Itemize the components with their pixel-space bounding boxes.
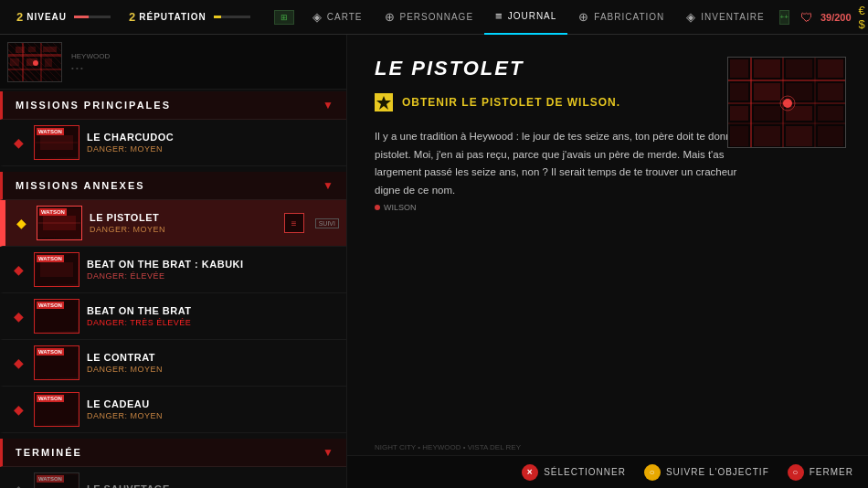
track-btn-icon: ○ [649,467,655,477]
nav-personnage[interactable]: ⊕ PERSONNAGE [374,0,485,35]
svg-rect-42 [754,106,780,121]
nav-fabrication[interactable]: ⊕ FABRICATION [567,0,675,35]
section-arrow-annexes: ▼ [323,179,333,192]
svg-rect-38 [754,83,780,101]
health-value: 39/200 [820,12,852,23]
mission-info-charcudoc: LE CHARCUDOC DANGER: MOYEN [87,132,339,154]
mission-item-charcudoc[interactable]: ◆ WATSON LE CHARCUDOC DANGER: MOYEN [0,120,346,166]
objective-icon-svg [375,93,393,111]
mission-item-beat-kabuki[interactable]: ◆ WATSON BEAT ON THE BRAT : KABUKI DANGE… [0,247,346,293]
mission-name-beat-kabuki: BEAT ON THE BRAT : KABUKI [87,259,339,270]
level-bar [74,16,111,18]
main-content: HEYWOOD • • • MISSIONS PRINCIPALES ▼ ◆ W… [0,35,868,488]
mission-thumb-sauvetage: WATSON [34,472,79,488]
mission-name-cadeau: LE CADEAU [87,398,339,409]
mission-info-pistolet: LE PISTOLET DANGER: MOYEN [90,212,277,234]
active-bar-pistolet [3,200,5,246]
mission-thumb-beat-kabuki: WATSON [34,252,79,287]
nav-inventaire[interactable]: ◈ INVENTAIRE [675,0,775,35]
mission-thumb-charcudoc: WATSON [34,125,79,160]
money-icon: €$ [859,4,865,31]
mission-marker-pistolet: ◆ [13,215,29,231]
section-header-annexes[interactable]: MISSIONS ANNEXES ▼ [0,172,346,200]
svg-rect-47 [786,126,812,146]
mission-item-cadeau[interactable]: ◆ WATSON LE CADEAU DANGER: MOYEN [0,387,346,433]
reputation-bar [214,16,250,18]
svg-rect-4 [40,43,42,82]
mission-item-pistolet[interactable]: ◆ WATSON LE PISTOLET DANGER: MOYEN ≡ SUI… [0,200,346,247]
close-label: Fermer [810,467,853,477]
mission-track-btn-pistolet[interactable]: ≡ [284,213,304,233]
right-panel: LE PISTOLET OBTENIR LE PISTOLET DE WILSO… [347,35,868,488]
svg-rect-5 [16,47,25,53]
thumb-badge-beat-kabuki: WATSON [37,255,64,262]
svg-rect-35 [786,59,812,78]
mission-marker-sauvetage: ◆ [10,482,26,488]
debug-info: NIGHT CITY • HEYWOOD • VISTA DEL REY [375,443,521,451]
mission-danger-beat-brat: DANGER: TRÈS ÉLEVÉE [87,318,339,327]
map-location: HEYWOOD [71,52,110,60]
mission-info-cadeau: LE CADEAU DANGER: MOYEN [87,398,339,420]
nav-carte[interactable]: ◈ CARTE [302,0,374,35]
bottom-bar: × Sélectionner ○ Suivre l'objectif ○ Fer… [347,455,868,488]
mission-item-sauvetage[interactable]: ◆ WATSON LE SAUVETAGE [0,467,346,488]
mission-info-beat-brat: BEAT ON THE BRAT DANGER: TRÈS ÉLEVÉE [87,305,339,327]
section-header-terminee[interactable]: TERMINÉE ▼ [0,439,346,467]
svg-rect-48 [818,126,843,146]
mission-name-beat-brat: BEAT ON THE BRAT [87,305,339,316]
mission-danger-cadeau: DANGER: MOYEN [87,411,339,420]
nav-personnage-label: PERSONNAGE [400,12,474,22]
action-select[interactable]: × Sélectionner [522,464,626,481]
mini-map-svg [8,43,62,82]
mission-thumb-img-beat-brat: WATSON [35,300,79,333]
reputation-stat: 2 RÉPUTATION [120,10,259,24]
level-bar-fill [74,16,89,18]
section-header-principales[interactable]: MISSIONS PRINCIPALES ▼ [0,91,346,120]
section-label-annexes: MISSIONS ANNEXES [16,180,145,191]
mission-thumb-beat-brat: WATSON [34,299,79,334]
select-button[interactable]: × [522,464,538,481]
cyberware-icon: ⊞ [274,10,294,25]
svg-rect-2 [8,69,62,70]
map-coords: • • • [71,64,110,72]
action-close[interactable]: ○ Fermer [788,464,853,481]
svg-rect-45 [730,126,748,146]
reputation-value: 2 [129,10,135,24]
mini-map [7,42,62,82]
mission-info-beat-kabuki: BEAT ON THE BRAT : KABUKI DANGER: ÉLEVÉE [87,259,339,281]
section-label-principales: MISSIONS PRINCIPALES [16,100,171,111]
select-btn-icon: × [527,467,534,477]
objective-text: OBTENIR LE PISTOLET DE WILSON. [402,96,620,109]
close-button[interactable]: ○ [788,464,804,481]
nav-carte-label: CARTE [327,12,363,22]
svg-rect-9 [26,58,37,66]
select-label: Sélectionner [544,467,626,477]
track-button[interactable]: ○ [644,464,661,481]
nav-journal[interactable]: ≡ JOURNAL [484,0,567,35]
mission-danger-contrat: DANGER: MOYEN [87,365,339,374]
svg-rect-41 [730,106,748,121]
svg-rect-3 [22,43,24,82]
top-navigation: 2 NIVEAU 2 RÉPUTATION ⊞ ◈ CARTE ⊕ PERSON… [0,0,868,35]
right-bottom-info: NIGHT CITY • HEYWOOD • VISTA DEL REY [375,443,521,451]
map-marker-dot [375,205,380,210]
svg-rect-36 [818,59,843,78]
svg-point-49 [783,99,792,108]
mini-icons: ⊞ [274,10,294,25]
right-map-svg [728,58,846,148]
reputation-label: RÉPUTATION [139,12,206,22]
mission-thumb-img-contrat: WATSON [35,346,79,379]
mission-thumb-img-beat-kabuki: WATSON [35,253,79,286]
thumb-badge-pistolet: WATSON [39,208,67,216]
nav-inventaire-label: INVENTAIRE [701,12,764,22]
mission-thumb-cadeau: WATSON [34,392,79,427]
thumb-badge-beat-brat: WATSON [37,302,64,309]
mission-item-contrat[interactable]: ◆ WATSON LE CONTRAT DANGER: MOYEN [0,340,346,387]
action-track[interactable]: ○ Suivre l'objectif [644,464,769,481]
objective-icon [375,93,393,111]
mission-item-beat-brat[interactable]: ◆ WATSON BEAT ON THE BRAT DANGER: TRÈS É… [0,293,346,340]
section-arrow-terminee: ▼ [323,446,333,459]
mission-thumb-contrat: WATSON [34,345,79,380]
level-stat: 2 NIVEAU [7,10,120,24]
quest-description: Il y a une tradition à Heywood : le jour… [375,128,758,199]
